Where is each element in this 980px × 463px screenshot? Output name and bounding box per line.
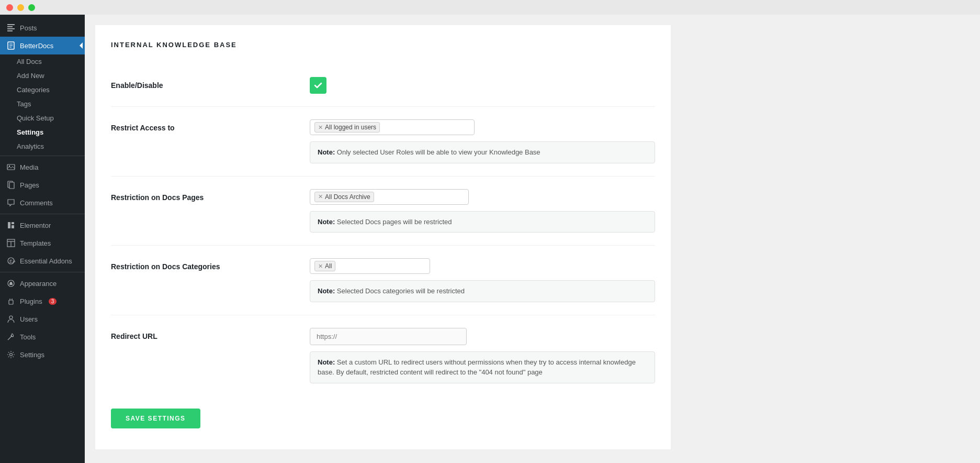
form-row-enable-disable: Enable/Disable bbox=[111, 64, 655, 107]
note-label-4: Note: bbox=[318, 358, 335, 366]
sidebar-label-tools: Tools bbox=[20, 333, 36, 341]
sidebar-label-templates: Templates bbox=[20, 239, 51, 247]
sidebar-label-posts: Posts bbox=[20, 24, 37, 32]
sidebar-label-settings-main: Settings bbox=[20, 351, 44, 359]
plugins-badge: 3 bbox=[49, 298, 57, 305]
maximize-button[interactable] bbox=[28, 4, 35, 11]
svg-rect-11 bbox=[9, 182, 14, 189]
svg-rect-13 bbox=[12, 222, 14, 224]
svg-rect-0 bbox=[7, 24, 15, 25]
tag-label-all-categories: All bbox=[325, 262, 332, 270]
sidebar-item-settings[interactable]: Settings bbox=[0, 125, 85, 139]
restriction-docs-pages-input[interactable] bbox=[376, 193, 464, 201]
templates-icon bbox=[6, 238, 16, 248]
sidebar-arrow-betterdocs bbox=[80, 42, 83, 49]
redirect-url-note: Note: Set a custom URL to redirect users… bbox=[310, 351, 655, 383]
control-restriction-docs-categories: ✕ All Note: Selected Docs categories wil… bbox=[310, 258, 655, 302]
tag-remove-all-logged-in[interactable]: ✕ bbox=[318, 125, 323, 130]
sidebar: Posts BetterDocs All Docs Add New Catego… bbox=[0, 15, 85, 463]
main-content: INTERNAL KNOWLEDGE BASE Enable/Disable R… bbox=[85, 15, 980, 463]
note-text-1: Only selected User Roles will be able to… bbox=[337, 148, 540, 156]
sidebar-item-elementor[interactable]: Elementor bbox=[0, 216, 85, 234]
restriction-docs-pages-note: Note: Selected Docs pages will be restri… bbox=[310, 211, 655, 233]
sidebar-item-settings-main[interactable]: Settings bbox=[0, 346, 85, 363]
note-label-2: Note: bbox=[318, 218, 335, 226]
tag-all-docs-archive[interactable]: ✕ All Docs Archive bbox=[314, 192, 374, 202]
betterdocs-icon bbox=[6, 41, 16, 50]
label-restrict-access: Restrict Access to bbox=[111, 119, 310, 132]
restrict-access-tag-input[interactable]: ✕ All logged in users bbox=[310, 119, 475, 135]
sidebar-label-essential-addons: Essential Addons bbox=[20, 257, 72, 265]
form-row-restriction-docs-pages: Restriction on Docs Pages ✕ All Docs Arc… bbox=[111, 177, 655, 246]
sidebar-item-comments[interactable]: Comments bbox=[0, 194, 85, 212]
svg-rect-2 bbox=[7, 28, 15, 29]
form-row-restriction-docs-categories: Restriction on Docs Categories ✕ All Not… bbox=[111, 246, 655, 315]
sidebar-item-analytics[interactable]: Analytics bbox=[0, 139, 85, 153]
label-restriction-docs-categories: Restriction on Docs Categories bbox=[111, 258, 310, 271]
save-settings-button[interactable]: SAVE SETTINGS bbox=[111, 409, 200, 428]
sidebar-item-posts[interactable]: Posts bbox=[0, 19, 85, 37]
enable-disable-checkbox[interactable] bbox=[310, 77, 326, 94]
sidebar-label-pages: Pages bbox=[20, 181, 39, 189]
media-icon bbox=[6, 162, 16, 172]
restrict-access-note: Note: Only selected User Roles will be a… bbox=[310, 141, 655, 163]
label-enable-disable: Enable/Disable bbox=[111, 77, 310, 90]
minimize-button[interactable] bbox=[17, 4, 24, 11]
svg-text:EA: EA bbox=[9, 259, 15, 264]
note-label-1: Note: bbox=[318, 148, 335, 156]
sidebar-item-categories[interactable]: Categories bbox=[0, 83, 85, 97]
content-area: INTERNAL KNOWLEDGE BASE Enable/Disable R… bbox=[95, 25, 671, 449]
sidebar-submenu-betterdocs: All Docs Add New Categories Tags Quick S… bbox=[0, 54, 85, 153]
sidebar-item-media[interactable]: Media bbox=[0, 158, 85, 176]
sidebar-label-plugins: Plugins bbox=[20, 297, 42, 305]
tag-remove-all-categories[interactable]: ✕ bbox=[318, 263, 323, 269]
svg-point-25 bbox=[10, 354, 13, 356]
essential-addons-icon: EA bbox=[6, 256, 16, 266]
sidebar-item-all-docs[interactable]: All Docs bbox=[0, 54, 85, 69]
appearance-icon bbox=[6, 279, 16, 288]
note-text-3: Selected Docs categories will be restric… bbox=[337, 287, 465, 295]
sidebar-item-pages[interactable]: Pages bbox=[0, 176, 85, 194]
restriction-docs-categories-note: Note: Selected Docs categories will be r… bbox=[310, 280, 655, 302]
tag-label-all-logged-in: All logged in users bbox=[325, 124, 376, 131]
close-button[interactable] bbox=[6, 4, 13, 11]
sidebar-item-appearance[interactable]: Appearance bbox=[0, 274, 85, 292]
note-text-4: Set a custom URL to redirect users witho… bbox=[318, 358, 636, 377]
sidebar-item-tools[interactable]: Tools bbox=[0, 328, 85, 346]
form-row-restrict-access: Restrict Access to ✕ All logged in users… bbox=[111, 107, 655, 177]
sidebar-item-betterdocs[interactable]: BetterDocs bbox=[0, 37, 85, 54]
sidebar-label-elementor: Elementor bbox=[20, 222, 51, 229]
tag-remove-all-docs-archive[interactable]: ✕ bbox=[318, 194, 323, 200]
sidebar-item-templates[interactable]: Templates bbox=[0, 234, 85, 252]
svg-rect-12 bbox=[8, 222, 10, 228]
sidebar-item-tags[interactable]: Tags bbox=[0, 97, 85, 111]
sidebar-item-add-new[interactable]: Add New bbox=[0, 69, 85, 83]
sidebar-item-essential-addons[interactable]: EA Essential Addons bbox=[0, 252, 85, 270]
label-restriction-docs-pages: Restriction on Docs Pages bbox=[111, 189, 310, 202]
sidebar-label-appearance: Appearance bbox=[20, 280, 57, 288]
note-text-2: Selected Docs pages will be restricted bbox=[337, 218, 452, 226]
restrict-access-input[interactable] bbox=[382, 124, 470, 131]
tag-label-all-docs-archive: All Docs Archive bbox=[325, 193, 370, 201]
restriction-docs-categories-input[interactable] bbox=[337, 262, 425, 270]
redirect-url-input[interactable] bbox=[310, 328, 467, 345]
sidebar-item-users[interactable]: Users bbox=[0, 310, 85, 328]
tag-all-logged-in-users[interactable]: ✕ All logged in users bbox=[314, 122, 380, 133]
sidebar-item-quick-setup[interactable]: Quick Setup bbox=[0, 111, 85, 125]
divider-2 bbox=[0, 214, 85, 214]
form-row-redirect-url: Redirect URL Note: Set a custom URL to r… bbox=[111, 315, 655, 396]
sidebar-label-users: Users bbox=[20, 315, 38, 323]
sidebar-item-plugins[interactable]: Plugins 3 bbox=[0, 292, 85, 310]
svg-rect-14 bbox=[12, 225, 14, 228]
page-title: INTERNAL KNOWLEDGE BASE bbox=[111, 41, 655, 49]
sidebar-label-comments: Comments bbox=[20, 199, 53, 207]
tools-icon bbox=[6, 332, 16, 341]
pages-icon bbox=[6, 180, 16, 190]
tag-all-categories[interactable]: ✕ All bbox=[314, 261, 335, 271]
svg-rect-21 bbox=[9, 300, 13, 304]
label-redirect-url: Redirect URL bbox=[111, 328, 310, 340]
sidebar-label-media: Media bbox=[20, 163, 38, 171]
restriction-docs-pages-tag-input[interactable]: ✕ All Docs Archive bbox=[310, 189, 469, 205]
restriction-docs-categories-tag-input[interactable]: ✕ All bbox=[310, 258, 430, 274]
control-enable-disable bbox=[310, 77, 655, 94]
